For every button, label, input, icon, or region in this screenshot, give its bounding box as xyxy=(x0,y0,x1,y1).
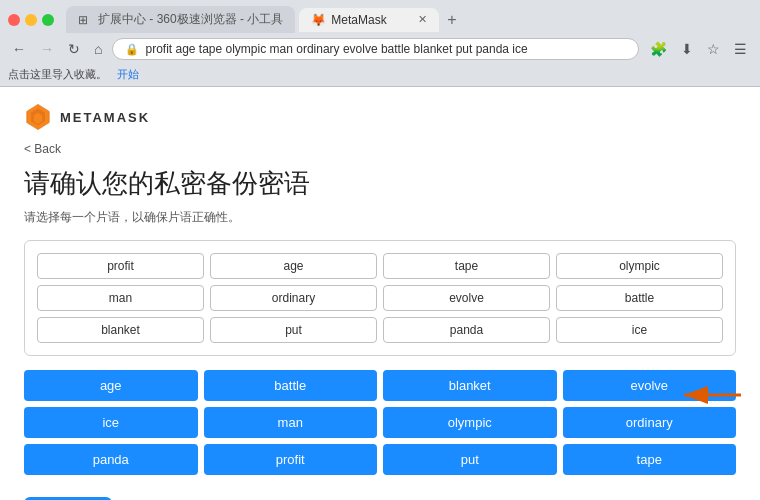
minimize-button[interactable] xyxy=(25,14,37,26)
address-text: profit age tape olympic man ordinary evo… xyxy=(145,42,626,56)
new-tab-button[interactable]: + xyxy=(443,11,460,29)
selection-word-chip[interactable]: panda xyxy=(383,317,550,343)
window-controls xyxy=(8,14,54,26)
selection-word-chip[interactable]: battle xyxy=(556,285,723,311)
back-nav-button[interactable]: ← xyxy=(8,39,30,59)
selection-word-chip[interactable]: man xyxy=(37,285,204,311)
selection-word-chip[interactable]: ice xyxy=(556,317,723,343)
answer-word-chip[interactable]: tape xyxy=(563,444,737,475)
bookmark-start-link[interactable]: 开始 xyxy=(117,67,139,82)
answer-word-chip[interactable]: panda xyxy=(24,444,198,475)
tab-favicon-extension: ⊞ xyxy=(78,13,92,27)
home-button[interactable]: ⌂ xyxy=(90,39,106,59)
answer-word-chip[interactable]: put xyxy=(383,444,557,475)
answer-word-chip[interactable]: battle xyxy=(204,370,378,401)
close-button[interactable] xyxy=(8,14,20,26)
forward-nav-button[interactable]: → xyxy=(36,39,58,59)
tab-metamask[interactable]: 🦊 MetaMask ✕ xyxy=(299,8,439,32)
tab-extension[interactable]: ⊞ 扩展中心 - 360极速浏览器 - 小工具 xyxy=(66,6,295,33)
maximize-button[interactable] xyxy=(42,14,54,26)
metamask-logo-icon xyxy=(24,103,52,131)
selection-word-chip[interactable]: blanket xyxy=(37,317,204,343)
tab-bar: ⊞ 扩展中心 - 360极速浏览器 - 小工具 🦊 MetaMask ✕ + xyxy=(0,0,760,33)
selection-word-chip[interactable]: ordinary xyxy=(210,285,377,311)
page-title: 请确认您的私密备份密语 xyxy=(24,166,736,201)
page-content: METAMASK < Back 请确认您的私密备份密语 请选择每一个片语，以确保… xyxy=(0,87,760,500)
page-subtitle: 请选择每一个片语，以确保片语正确性。 xyxy=(24,209,736,226)
selection-word-chip[interactable]: profit xyxy=(37,253,204,279)
metamask-title: METAMASK xyxy=(60,110,150,125)
nav-actions: 🧩 ⬇ ☆ ☰ xyxy=(645,39,752,59)
word-grid: profitagetapeolympicmanordinaryevolvebat… xyxy=(37,253,723,343)
tab-label-extension: 扩展中心 - 360极速浏览器 - 小工具 xyxy=(98,11,283,28)
back-link[interactable]: < Back xyxy=(24,142,61,156)
tab-favicon-metamask: 🦊 xyxy=(311,13,325,27)
download-button[interactable]: ⬇ xyxy=(676,39,698,59)
answer-word-chip[interactable]: profit xyxy=(204,444,378,475)
arrow-evolve-icon xyxy=(676,375,746,415)
answer-word-chip[interactable]: blanket xyxy=(383,370,557,401)
address-bar[interactable]: 🔒 profit age tape olympic man ordinary e… xyxy=(112,38,639,60)
nav-bar: ← → ↻ ⌂ 🔒 profit age tape olympic man or… xyxy=(0,33,760,65)
selection-word-chip[interactable]: evolve xyxy=(383,285,550,311)
answer-word-chip[interactable]: man xyxy=(204,407,378,438)
word-selection-area: profitagetapeolympicmanordinaryevolvebat… xyxy=(24,240,736,356)
selection-word-chip[interactable]: tape xyxy=(383,253,550,279)
bookmark-text: 点击这里导入收藏。 xyxy=(8,67,107,82)
refresh-button[interactable]: ↻ xyxy=(64,39,84,59)
selection-word-chip[interactable]: put xyxy=(210,317,377,343)
metamask-header: METAMASK xyxy=(24,103,736,131)
answer-word-chip[interactable]: ice xyxy=(24,407,198,438)
lock-icon: 🔒 xyxy=(125,43,139,56)
menu-button[interactable]: ☰ xyxy=(729,39,752,59)
tab-close-icon[interactable]: ✕ xyxy=(418,13,427,26)
tab-label-metamask: MetaMask xyxy=(331,13,386,27)
answer-word-chip[interactable]: age xyxy=(24,370,198,401)
answer-grid: agebattleblanketevolveicemanolympicordin… xyxy=(24,370,736,475)
star-button[interactable]: ☆ xyxy=(702,39,725,59)
extensions-button[interactable]: 🧩 xyxy=(645,39,672,59)
selection-word-chip[interactable]: olympic xyxy=(556,253,723,279)
browser-chrome: ⊞ 扩展中心 - 360极速浏览器 - 小工具 🦊 MetaMask ✕ + ←… xyxy=(0,0,760,87)
answer-word-chip[interactable]: olympic xyxy=(383,407,557,438)
bookmarks-bar: 点击这里导入收藏。 开始 xyxy=(0,65,760,86)
selection-word-chip[interactable]: age xyxy=(210,253,377,279)
